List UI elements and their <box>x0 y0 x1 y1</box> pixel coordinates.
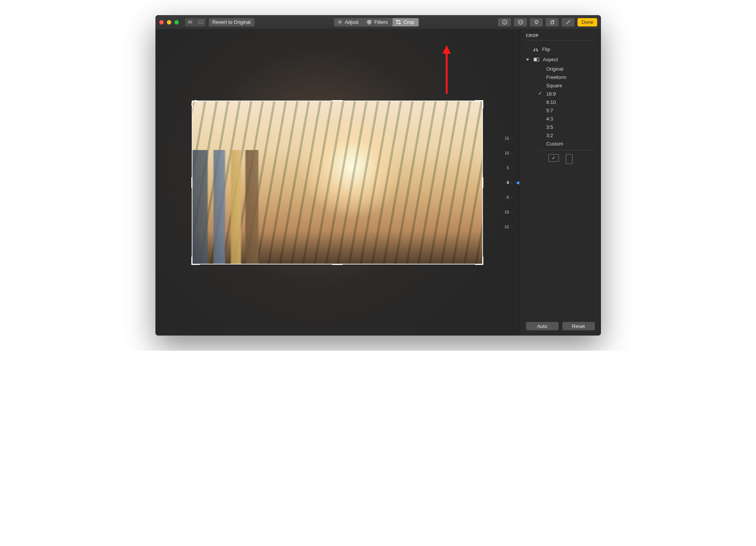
crop-icon <box>396 19 401 25</box>
adjust-icon <box>337 19 343 25</box>
done-label: Done <box>581 19 593 25</box>
checkmark-icon: ✓ <box>538 91 542 96</box>
dial-tick: 15 <box>505 136 512 141</box>
revert-label: Revert to Original <box>213 19 251 25</box>
sidebar-footer: Auto Reset <box>526 322 595 332</box>
aspect-option-freeform[interactable]: Freeform <box>540 73 595 81</box>
crop-sidebar: CROP Flip Aspect Original Freeform Squar… <box>520 29 601 336</box>
more-button[interactable] <box>514 18 527 26</box>
svg-point-11 <box>520 22 521 23</box>
svg-point-12 <box>521 22 522 23</box>
auto-label: Auto <box>537 323 547 329</box>
tab-crop[interactable]: Crop <box>393 18 419 26</box>
rotation-dial[interactable]: 15 10 5 0 -5 -10 -15 ◀ <box>495 133 518 232</box>
orientation-landscape-button[interactable]: ✓ <box>548 154 559 162</box>
aspect-row[interactable]: Aspect <box>526 54 595 65</box>
aspect-option-custom[interactable]: Custom <box>540 139 595 148</box>
reset-label: Reset <box>572 323 585 329</box>
aspect-option-5-7[interactable]: 5:7 <box>540 106 595 114</box>
aspect-option-3-2[interactable]: 3:2 <box>540 131 595 139</box>
crop-handle-top-right[interactable] <box>475 100 483 108</box>
reset-button[interactable]: Reset <box>562 322 595 330</box>
zoom-in-button[interactable] <box>196 18 206 26</box>
orientation-portrait-button[interactable] <box>566 154 573 164</box>
crop-handle-top[interactable] <box>332 100 343 101</box>
tab-adjust[interactable]: Adjust <box>334 18 363 26</box>
photo-preview <box>192 101 482 264</box>
annotation-arrow-icon <box>441 45 452 94</box>
svg-point-3 <box>339 22 340 23</box>
orientation-toggle: ✓ <box>526 154 595 164</box>
aspect-option-3-5[interactable]: 3:5 <box>540 123 595 131</box>
chevron-down-icon <box>526 59 529 61</box>
svg-rect-1 <box>198 21 202 24</box>
magic-wand-icon <box>565 19 571 25</box>
canvas-area: 15 10 5 0 -5 -10 -15 ◀ <box>155 29 520 336</box>
flip-icon <box>533 46 539 52</box>
toolbar: Revert to Original Adjust Filters Cro <box>155 15 601 29</box>
svg-marker-15 <box>442 45 451 54</box>
crop-handle-right[interactable] <box>482 177 483 188</box>
zoom-segment <box>185 18 206 26</box>
tab-label: Crop <box>404 19 414 25</box>
crop-handle-bottom-right[interactable] <box>475 257 483 265</box>
tab-filters[interactable]: Filters <box>363 18 393 26</box>
dial-tick: -5 <box>506 195 512 200</box>
tab-label: Adjust <box>345 19 359 25</box>
svg-rect-21 <box>534 58 537 61</box>
rectangle-outline-icon <box>198 19 203 25</box>
dial-tick: -15 <box>503 225 512 229</box>
info-icon: i <box>502 19 508 25</box>
filters-icon <box>366 19 372 25</box>
photos-editor-window: Revert to Original Adjust Filters Cro <box>155 15 601 336</box>
aspect-option-square[interactable]: Square <box>540 81 595 90</box>
editor-tabs: Adjust Filters Crop <box>334 18 419 26</box>
checkmark-icon: ✓ <box>552 155 556 161</box>
aspect-option-8-10[interactable]: 8:10 <box>540 98 595 106</box>
auto-button[interactable]: Auto <box>526 322 559 330</box>
window-controls <box>159 20 179 25</box>
dial-tick-zero: 0 <box>507 181 512 185</box>
flip-label: Flip <box>542 46 550 52</box>
crop-handle-bottom[interactable] <box>332 264 343 265</box>
rotate-icon <box>550 19 555 25</box>
dial-marker-icon: ◀ <box>516 180 519 185</box>
rotate-button[interactable] <box>546 18 559 26</box>
ellipsis-circle-icon <box>518 19 523 25</box>
info-button[interactable]: i <box>498 18 511 26</box>
svg-rect-13 <box>551 22 554 24</box>
svg-point-10 <box>519 22 520 23</box>
tab-label: Filters <box>374 19 388 25</box>
aspect-list: Original Freeform Square ✓16:9 8:10 5:7 … <box>526 65 595 148</box>
dial-tick: 10 <box>505 151 512 155</box>
close-window-button[interactable] <box>159 20 164 25</box>
crop-frame[interactable] <box>192 101 483 264</box>
crop-handle-top-left[interactable] <box>191 100 200 108</box>
dial-tick: -10 <box>503 210 512 214</box>
svg-rect-0 <box>188 21 192 24</box>
done-button[interactable]: Done <box>577 18 597 26</box>
divider <box>540 150 595 150</box>
crop-handle-left[interactable] <box>191 177 192 188</box>
svg-marker-19 <box>537 50 539 51</box>
aspect-option-4-3[interactable]: 4:3 <box>540 114 595 123</box>
svg-text:i: i <box>504 20 505 24</box>
fullscreen-window-button[interactable] <box>174 20 179 25</box>
aspect-option-16-9[interactable]: ✓16:9 <box>540 90 595 98</box>
auto-enhance-button[interactable] <box>562 18 574 26</box>
aspect-option-original[interactable]: Original <box>540 65 595 73</box>
crop-handle-bottom-left[interactable] <box>191 257 200 265</box>
aspect-icon <box>534 57 539 62</box>
revert-button[interactable]: Revert to Original <box>209 18 255 26</box>
aspect-label: Aspect <box>543 57 558 62</box>
favorite-button[interactable] <box>530 18 543 26</box>
zoom-out-button[interactable] <box>185 18 196 26</box>
content-area: 15 10 5 0 -5 -10 -15 ◀ CROP Flip <box>155 29 601 336</box>
sidebar-title: CROP <box>526 33 595 40</box>
svg-marker-17 <box>533 50 534 51</box>
heart-icon <box>534 19 539 25</box>
flip-row[interactable]: Flip <box>526 44 595 54</box>
rectangle-icon <box>187 19 193 25</box>
minimize-window-button[interactable] <box>167 20 171 25</box>
dial-tick: 5 <box>507 166 512 170</box>
